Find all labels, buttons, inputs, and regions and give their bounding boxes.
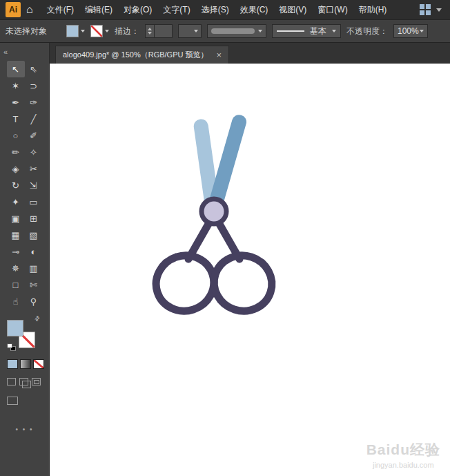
workspace-caret-icon[interactable] bbox=[436, 8, 442, 12]
curvature-tool[interactable]: ✑ bbox=[25, 94, 43, 111]
scissor-blade-right bbox=[208, 113, 248, 210]
width-profile-dropdown[interactable] bbox=[207, 24, 266, 38]
shape-builder-tool[interactable]: ▣ bbox=[7, 210, 25, 227]
edit-toolbar-button[interactable]: • • • bbox=[0, 426, 49, 433]
tools-grid: ↖⇖✶⊃✒✑T╱○✐✏✧◈✂↻⇲✦▭▣⊞▦▧⊸◐✵▥□✄☝⚲ bbox=[0, 61, 49, 310]
tools-panel: « ↖⇖✶⊃✒✑T╱○✐✏✧◈✂↻⇲✦▭▣⊞▦▧⊸◐✵▥□✄☝⚲ ⇄ bbox=[0, 43, 50, 476]
artboard-canvas[interactable]: Baidu经验 jingyan.baidu.com bbox=[50, 64, 450, 476]
eyedropper-tool[interactable]: ⊸ bbox=[7, 243, 25, 260]
color-mode-row bbox=[7, 359, 49, 369]
width-profile-preview bbox=[211, 28, 255, 34]
swap-colors-icon[interactable]: ⇄ bbox=[33, 314, 41, 323]
stroke-weight-stepper[interactable] bbox=[145, 24, 173, 38]
hand-tool[interactable]: ☝ bbox=[7, 293, 25, 310]
opacity-value: 100% bbox=[398, 26, 419, 36]
column-graph-tool[interactable]: ▥ bbox=[25, 260, 43, 276]
draw-inside-icon[interactable] bbox=[32, 378, 41, 385]
brush-stroke-preview bbox=[277, 30, 304, 32]
home-icon[interactable]: ⌂ bbox=[26, 3, 33, 16]
menu-item-edit[interactable]: 编辑(E) bbox=[79, 1, 118, 19]
fill-stroke-widget: ⇄ bbox=[7, 315, 40, 351]
chevron-down-icon bbox=[258, 30, 262, 32]
fill-swatch[interactable] bbox=[66, 25, 79, 37]
menu-item-effect[interactable]: 效果(C) bbox=[235, 1, 274, 19]
artboard-tool[interactable]: □ bbox=[7, 276, 25, 293]
menu-item-view[interactable]: 视图(V) bbox=[273, 1, 312, 19]
screen-mode-button[interactable] bbox=[7, 397, 18, 405]
chevron-down-icon bbox=[420, 30, 424, 32]
line-segment-tool[interactable]: ╱ bbox=[25, 111, 43, 127]
menu-item-object[interactable]: 对象(O) bbox=[118, 1, 157, 19]
watermark-title: Baidu经验 bbox=[366, 440, 440, 459]
ellipse-tool[interactable]: ○ bbox=[7, 127, 25, 144]
workspace-switcher-icon[interactable] bbox=[420, 4, 431, 15]
menu-item-file[interactable]: 文件(F) bbox=[41, 1, 79, 19]
stroke-color-dropdown[interactable] bbox=[90, 25, 109, 37]
width-tool[interactable]: ✦ bbox=[7, 193, 25, 210]
fill-color-proxy[interactable] bbox=[7, 320, 23, 336]
main-region: « ↖⇖✶⊃✒✑T╱○✐✏✧◈✂↻⇲✦▭▣⊞▦▧⊸◐✵▥□✄☝⚲ ⇄ bbox=[0, 43, 450, 476]
type-tool[interactable]: T bbox=[7, 111, 25, 127]
scissors-tool[interactable]: ✂ bbox=[25, 160, 43, 177]
scissors-artwork bbox=[50, 64, 450, 476]
scale-tool[interactable]: ⇲ bbox=[25, 177, 43, 193]
lasso-tool[interactable]: ⊃ bbox=[25, 77, 43, 94]
color-button[interactable] bbox=[7, 359, 18, 369]
menu-item-help[interactable]: 帮助(H) bbox=[353, 1, 393, 19]
document-tab[interactable]: alogo409.jpg* @ 150%（RGB/GPU 预览） × bbox=[55, 46, 229, 64]
chevron-down-icon bbox=[194, 30, 198, 32]
document-tab-title: alogo409.jpg* @ 150%（RGB/GPU 预览） bbox=[63, 50, 208, 60]
collapse-panel-icon[interactable]: « bbox=[3, 48, 8, 56]
paintbrush-tool[interactable]: ✐ bbox=[25, 127, 43, 144]
menu-items: 文件(F)编辑(E)对象(O)文字(T)选择(S)效果(C)视图(V)窗口(W)… bbox=[41, 1, 393, 19]
draw-behind-icon[interactable] bbox=[19, 378, 28, 385]
brush-name: 基本 bbox=[310, 26, 326, 37]
gradient-tool[interactable]: ▧ bbox=[25, 227, 43, 243]
scissor-pivot bbox=[202, 199, 226, 224]
blend-tool[interactable]: ◐ bbox=[25, 243, 43, 260]
mesh-tool[interactable]: ▦ bbox=[7, 227, 25, 243]
illustrator-window: Ai ⌂ 文件(F)编辑(E)对象(O)文字(T)选择(S)效果(C)视图(V)… bbox=[0, 0, 450, 476]
draw-normal-icon[interactable] bbox=[7, 378, 16, 385]
control-bar: 未选择对象 描边： 基本 不透明度： 1 bbox=[0, 19, 450, 43]
opacity-label: 不透明度： bbox=[346, 26, 388, 37]
close-tab-icon[interactable]: × bbox=[216, 50, 222, 59]
eraser-tool[interactable]: ◈ bbox=[7, 160, 25, 177]
stroke-weight-dropdown[interactable] bbox=[178, 24, 202, 38]
default-colors-icon[interactable] bbox=[7, 343, 16, 351]
stroke-none-swatch[interactable] bbox=[90, 25, 103, 37]
brush-definition-dropdown[interactable]: 基本 bbox=[272, 24, 341, 38]
zoom-tool[interactable]: ⚲ bbox=[25, 293, 43, 310]
menu-item-type[interactable]: 文字(T) bbox=[157, 1, 195, 19]
fill-color-dropdown[interactable] bbox=[66, 25, 85, 37]
symbol-sprayer-tool[interactable]: ✵ bbox=[7, 260, 25, 276]
none-button[interactable] bbox=[33, 359, 44, 369]
stroke-weight-label: 描边： bbox=[115, 26, 139, 37]
magic-wand-tool[interactable]: ✶ bbox=[7, 77, 25, 94]
rotate-tool[interactable]: ↻ bbox=[7, 177, 25, 193]
shaper-tool[interactable]: ✧ bbox=[25, 144, 43, 160]
chevron-down-icon bbox=[332, 30, 336, 32]
pencil-tool[interactable]: ✏ bbox=[7, 144, 25, 160]
menu-item-window[interactable]: 窗口(W) bbox=[312, 1, 353, 19]
direct-selection-tool[interactable]: ⇖ bbox=[25, 61, 43, 77]
document-tab-bar: alogo409.jpg* @ 150%（RGB/GPU 预览） × bbox=[50, 43, 450, 64]
watermark-url: jingyan.baidu.com bbox=[366, 461, 440, 469]
menu-item-select[interactable]: 选择(S) bbox=[196, 1, 235, 19]
document-area: alogo409.jpg* @ 150%（RGB/GPU 预览） × bbox=[50, 43, 450, 476]
app-logo: Ai bbox=[6, 2, 21, 17]
perspective-grid-tool[interactable]: ⊞ bbox=[25, 210, 43, 227]
selection-status: 未选择对象 bbox=[6, 26, 61, 37]
draw-modes-row bbox=[7, 378, 49, 385]
opacity-dropdown[interactable]: 100% bbox=[393, 24, 428, 38]
slice-tool[interactable]: ✄ bbox=[25, 276, 43, 293]
menu-bar: Ai ⌂ 文件(F)编辑(E)对象(O)文字(T)选择(S)效果(C)视图(V)… bbox=[0, 0, 450, 19]
free-transform-tool[interactable]: ▭ bbox=[25, 193, 43, 210]
pen-tool[interactable]: ✒ bbox=[7, 94, 25, 111]
gradient-button[interactable] bbox=[20, 359, 31, 369]
chevron-down-icon bbox=[81, 30, 85, 32]
scissor-handles bbox=[149, 220, 280, 318]
stepper-arrows-icon[interactable] bbox=[146, 25, 155, 37]
chevron-down-icon bbox=[105, 30, 109, 32]
selection-tool[interactable]: ↖ bbox=[7, 61, 25, 77]
